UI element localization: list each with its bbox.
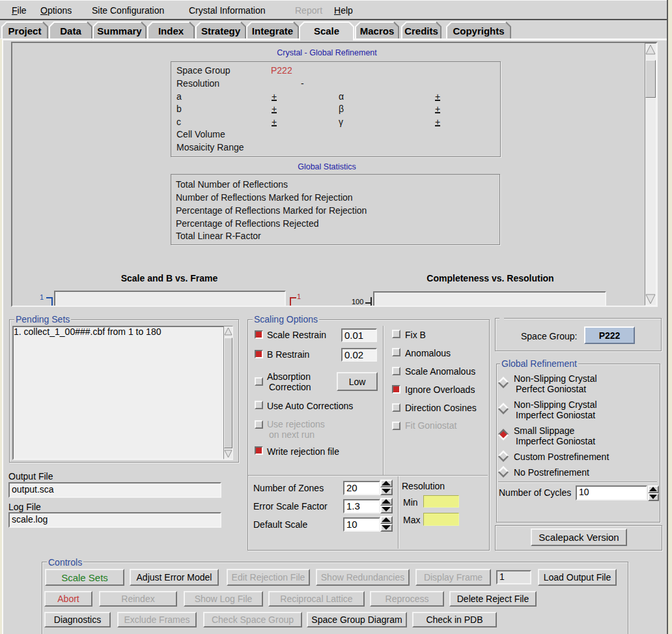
svg-text:Strategy: Strategy	[201, 25, 241, 36]
svg-text:Project: Project	[8, 25, 42, 36]
svg-text:Index: Index	[158, 25, 184, 36]
svg-text:Data: Data	[60, 25, 81, 36]
svg-text:Integrate: Integrate	[252, 25, 293, 36]
svg-text:Copyrights: Copyrights	[453, 25, 504, 36]
svg-text:Summary: Summary	[97, 25, 142, 36]
svg-text:Macros: Macros	[360, 25, 395, 36]
svg-text:Scale: Scale	[314, 25, 339, 36]
svg-text:Credits: Credits	[404, 25, 438, 36]
